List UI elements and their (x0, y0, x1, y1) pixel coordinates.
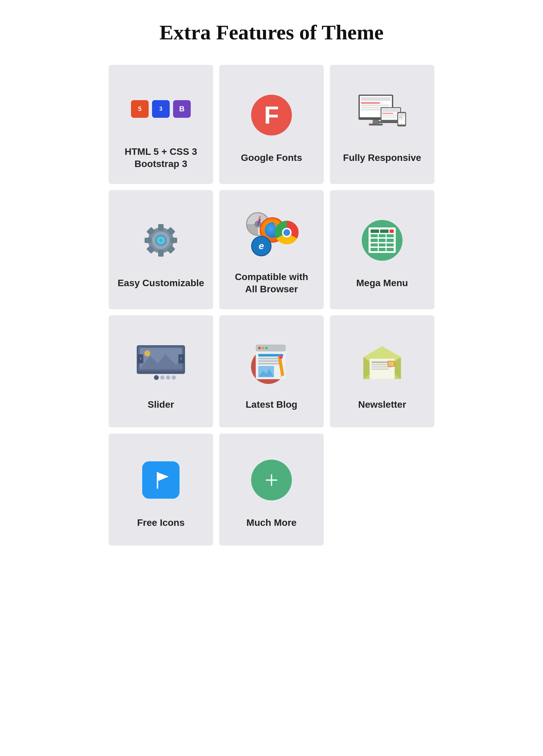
svg-point-53 (258, 347, 261, 349)
svg-rect-58 (258, 361, 280, 362)
bootstrap-badge: B (173, 100, 191, 118)
card-free-icons: Free Icons (109, 434, 213, 546)
svg-point-48 (166, 375, 170, 380)
svg-rect-3 (361, 102, 380, 104)
google-fonts-icon: F (244, 88, 299, 142)
svg-point-22 (401, 123, 402, 124)
svg-point-54 (262, 347, 264, 349)
card-google-fonts: F Google Fonts (219, 65, 324, 184)
card-blog-label: Latest Blog (246, 399, 297, 411)
svg-rect-76 (157, 472, 158, 489)
svg-rect-28 (158, 224, 164, 231)
svg-rect-18 (399, 114, 405, 116)
much-more-icon: + (244, 453, 299, 507)
svg-point-49 (172, 375, 176, 380)
svg-rect-59 (258, 363, 281, 365)
svg-point-47 (160, 375, 164, 380)
features-grid: 5 3 B HTML 5 + CSS 3Bootstrap 3 F Google… (109, 65, 434, 546)
svg-rect-71 (372, 364, 390, 366)
svg-rect-11 (382, 109, 399, 112)
svg-rect-20 (399, 118, 404, 119)
svg-rect-31 (170, 238, 177, 243)
card-browser-label: Compatible withAll Browser (235, 271, 308, 296)
card-mega-menu-label: Mega Menu (356, 277, 408, 289)
css3-badge: 3 (152, 100, 170, 118)
svg-rect-7 (373, 120, 379, 124)
card-mega-menu: Mega Menu (330, 190, 434, 309)
svg-rect-73 (372, 369, 389, 370)
blog-icon (244, 335, 299, 389)
svg-rect-12 (382, 113, 393, 114)
svg-text:‹: ‹ (140, 356, 141, 361)
card-html-css-bootstrap: 5 3 B HTML 5 + CSS 3Bootstrap 3 (109, 65, 213, 184)
svg-rect-21 (399, 119, 403, 120)
card-responsive-label: Fully Responsive (343, 152, 421, 164)
card-fully-responsive: Fully Responsive (330, 65, 434, 184)
svg-point-55 (265, 347, 267, 349)
gear-icon (134, 213, 188, 268)
svg-rect-29 (158, 250, 164, 257)
svg-rect-13 (382, 115, 398, 116)
card-newsletter-label: Newsletter (358, 399, 406, 411)
free-icons-icon (134, 453, 188, 507)
svg-point-46 (154, 375, 159, 380)
card-slider-label: Slider (148, 399, 174, 411)
svg-point-41 (144, 351, 150, 357)
card-free-icons-label: Free Icons (137, 517, 185, 529)
card-browser-compatible: e Compatible withAll Browser (219, 190, 324, 309)
svg-rect-6 (361, 109, 383, 111)
svg-rect-30 (145, 238, 151, 243)
svg-point-36 (159, 238, 163, 242)
browser-icons: e (244, 207, 299, 261)
svg-rect-19 (399, 117, 402, 118)
svg-rect-2 (361, 97, 391, 101)
card-google-label: Google Fonts (241, 152, 302, 164)
tech-stack-icon: 5 3 B (134, 82, 188, 136)
svg-text:›: › (180, 356, 182, 361)
card-easy-customizable: Easy Customizable (109, 190, 213, 309)
newsletter-icon (355, 335, 409, 389)
card-newsletter: Newsletter (330, 315, 434, 427)
mega-menu-icon (355, 213, 409, 268)
svg-rect-75 (388, 362, 394, 366)
page-title: Extra Features of Theme (109, 20, 434, 44)
svg-rect-14 (382, 117, 396, 118)
google-f-circle: F (251, 95, 292, 135)
html5-badge: 5 (131, 100, 149, 118)
svg-rect-8 (369, 124, 383, 126)
svg-marker-77 (158, 473, 169, 481)
card-customizable-label: Easy Customizable (117, 277, 204, 289)
slider-icon: ‹ › (134, 335, 188, 389)
svg-rect-4 (361, 105, 390, 106)
card-much-more-label: Much More (246, 517, 297, 529)
responsive-icon (355, 88, 409, 142)
card-slider: ‹ › Slider (109, 315, 213, 427)
svg-rect-64 (279, 355, 283, 359)
card-latest-blog: Latest Blog (219, 315, 324, 427)
card-html-label: HTML 5 + CSS 3Bootstrap 3 (125, 146, 197, 170)
card-much-more: + Much More (219, 434, 324, 546)
